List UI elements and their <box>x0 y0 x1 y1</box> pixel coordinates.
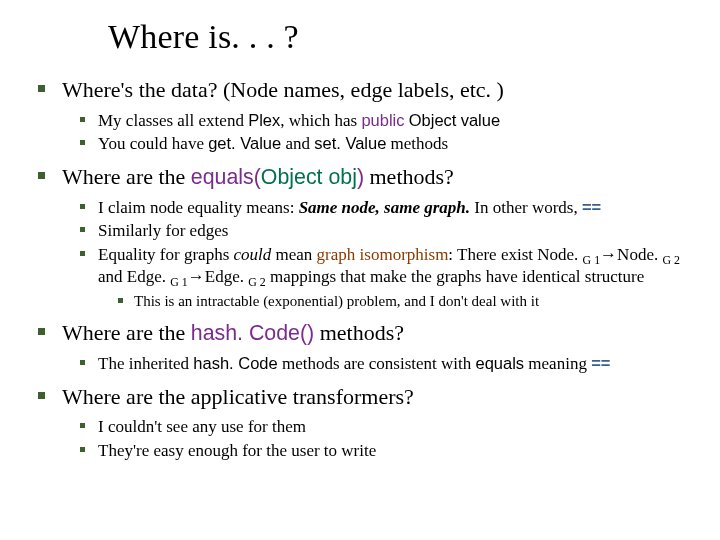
square-bullet-icon <box>38 85 45 92</box>
q1-text: Where's the data? (Node names, edge labe… <box>62 77 504 102</box>
square-bullet-icon <box>118 298 123 303</box>
square-bullet-icon <box>80 204 85 209</box>
q2-sub3: Equality for graphs could mean graph iso… <box>62 244 692 311</box>
square-bullet-icon <box>80 447 85 452</box>
bullet-list: Where's the data? (Node names, edge labe… <box>28 76 692 462</box>
q2-sub2: Similarly for edges <box>62 220 692 242</box>
square-bullet-icon <box>38 328 45 335</box>
q3-sub1: The inherited hash. Code methods are con… <box>62 353 692 375</box>
square-bullet-icon <box>80 360 85 365</box>
square-bullet-icon <box>80 251 85 256</box>
q4-sub2: They're easy enough for the user to writ… <box>62 440 692 462</box>
q4-sub1: I couldn't see any use for them <box>62 416 692 438</box>
slide: { "title": "Where is. . . ?", "q1": { "t… <box>0 0 720 540</box>
bullet-q1: Where's the data? (Node names, edge labe… <box>28 76 692 155</box>
bullet-q3: Where are the hash. Code() methods? The … <box>28 319 692 374</box>
square-bullet-icon <box>80 423 85 428</box>
slide-title: Where is. . . ? <box>108 18 692 56</box>
square-bullet-icon <box>80 227 85 232</box>
q2-subsub: This is an intractable (exponential) pro… <box>98 292 692 312</box>
square-bullet-icon <box>38 392 45 399</box>
square-bullet-icon <box>38 172 45 179</box>
square-bullet-icon <box>80 140 85 145</box>
bullet-q4: Where are the applicative transformers? … <box>28 383 692 462</box>
title-area: Where is. . . ? <box>28 18 692 56</box>
bullet-q2: Where are the equals(Object obj) methods… <box>28 163 692 311</box>
square-bullet-icon <box>80 117 85 122</box>
q1-sub1: My classes all extend Plex, which has pu… <box>62 110 692 132</box>
q2-sub1: I claim node equality means: Same node, … <box>62 197 692 219</box>
q1-sub2: You could have get. Value and set. Value… <box>62 133 692 155</box>
